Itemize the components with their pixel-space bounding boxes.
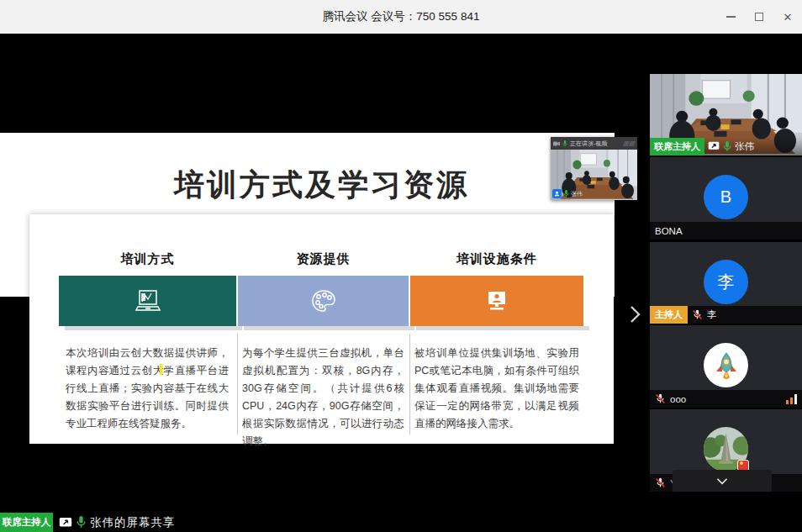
participant-name: 李 bbox=[707, 308, 717, 321]
palette-icon bbox=[310, 288, 337, 313]
window-title: 腾讯会议 会议号：750 555 841 bbox=[0, 0, 802, 34]
chevron-down-icon bbox=[715, 477, 729, 486]
text-cursor bbox=[160, 364, 162, 375]
participant-name: ooo bbox=[670, 394, 686, 404]
maximize-icon bbox=[755, 13, 763, 21]
participant-name-bar: 联席主持人 张伟 bbox=[650, 137, 802, 155]
network-signal-icon bbox=[786, 394, 797, 404]
screen-share-icon bbox=[708, 141, 720, 151]
participant-tile-youan[interactable]: Youan bbox=[650, 409, 802, 492]
column-text-2: 为每个学生提供三台虚拟机，单台虚拟机配置为：双核，8G内存，30G存储空间。（共… bbox=[242, 345, 404, 437]
participant-tile-ooo[interactable]: ooo bbox=[650, 325, 802, 408]
participant-tile-li[interactable]: 李 主持人 李 bbox=[650, 242, 802, 324]
mic-on-icon bbox=[563, 190, 569, 198]
collapse-video-list-button[interactable] bbox=[673, 470, 772, 492]
facility-box bbox=[410, 276, 583, 326]
mic-on-icon bbox=[562, 140, 567, 147]
speaker-badge-icon bbox=[552, 189, 562, 198]
column-divider bbox=[237, 334, 238, 435]
share-banner-content: 张伟的屏幕共享 bbox=[53, 513, 184, 532]
screen-share-icon bbox=[59, 517, 72, 529]
column-header-2: 资源提供 bbox=[238, 251, 409, 270]
column-header-3: 培训设施条件 bbox=[410, 251, 583, 270]
participant-name-bar: BONA bbox=[650, 222, 802, 240]
participant-name-bar: ooo bbox=[650, 390, 802, 408]
box-shadow-strip bbox=[65, 326, 242, 330]
floating-video-header: 正在讲演-视频 bbox=[551, 137, 637, 150]
meeting-watermark-icon bbox=[624, 141, 635, 146]
box-shadow-strip bbox=[416, 326, 589, 330]
mic-on-icon bbox=[77, 516, 86, 529]
monitor-user-icon bbox=[483, 288, 511, 313]
cohost-badge: 联席主持人 bbox=[0, 513, 53, 532]
avatar bbox=[704, 343, 748, 387]
mic-muted-icon bbox=[692, 309, 703, 320]
column-divider bbox=[409, 334, 410, 435]
participant-tile-zhangwei[interactable]: 联席主持人 张伟 bbox=[650, 74, 802, 155]
mic-on-icon bbox=[723, 141, 731, 152]
mic-muted-icon bbox=[655, 477, 666, 488]
participant-tile-bona[interactable]: B BONA bbox=[650, 157, 802, 240]
presentation-laptop-icon bbox=[135, 288, 161, 313]
participant-name: 张伟 bbox=[735, 140, 754, 153]
window-titlebar: 腾讯会议 会议号：750 555 841 ✕ bbox=[0, 0, 802, 34]
meeting-window: 腾讯会议 会议号：750 555 841 ✕ 培训方式及学习资源 培训方式 资源… bbox=[0, 0, 802, 532]
rocket-avatar-icon bbox=[711, 350, 741, 381]
column-header-1: 培训方式 bbox=[59, 251, 236, 270]
column-text-3: 被培训单位提供集训场地、实验用PC或笔记本电脑，如有条件可组织集体观看直播视频。… bbox=[414, 345, 579, 437]
resource-box bbox=[238, 276, 409, 326]
camera-icon bbox=[553, 141, 560, 146]
floating-video-badges: 张伟 bbox=[552, 189, 583, 198]
host-badge: 主持人 bbox=[650, 306, 688, 324]
slide-title: 培训方式及学习资源 bbox=[29, 165, 615, 206]
mic-muted-icon bbox=[655, 393, 666, 404]
close-icon: ✕ bbox=[784, 12, 793, 23]
minimize-button[interactable] bbox=[716, 0, 745, 34]
avatar: 李 bbox=[704, 260, 748, 304]
next-slide-button[interactable] bbox=[629, 304, 642, 324]
cohost-badge: 联席主持人 bbox=[650, 138, 704, 155]
column-text-1: 本次培训由云创大数据提供讲师，课程内容通过云创大学直播平台进行线上直播；实验内容… bbox=[66, 345, 229, 437]
avatar: B bbox=[704, 175, 748, 219]
share-banner-label: 张伟的屏幕共享 bbox=[90, 515, 176, 530]
chevron-right-icon bbox=[629, 304, 642, 324]
floating-video-speaker-name: 张伟 bbox=[571, 190, 583, 198]
training-method-box bbox=[59, 276, 236, 326]
participant-name-bar: 主持人 李 bbox=[650, 306, 802, 324]
floating-video-label: 正在讲演-视频 bbox=[570, 140, 621, 148]
close-button[interactable]: ✕ bbox=[773, 0, 802, 34]
maximize-button[interactable] bbox=[745, 0, 773, 34]
screen-share-banner: 联席主持人 张伟的屏幕共享 bbox=[0, 513, 184, 532]
minimize-icon bbox=[726, 16, 736, 18]
window-controls: ✕ bbox=[716, 0, 802, 34]
participant-name: BONA bbox=[655, 226, 683, 236]
participants-sidebar: 联席主持人 张伟 B BONA 李 bbox=[650, 74, 802, 494]
box-shadow-strip bbox=[244, 326, 414, 330]
slide-content-card: 培训方式 资源提供 培训设施条件 bbox=[29, 214, 614, 444]
floating-video-feed: 张伟 bbox=[551, 150, 637, 200]
floating-speaker-video[interactable]: 正在讲演-视频 bbox=[551, 137, 637, 200]
